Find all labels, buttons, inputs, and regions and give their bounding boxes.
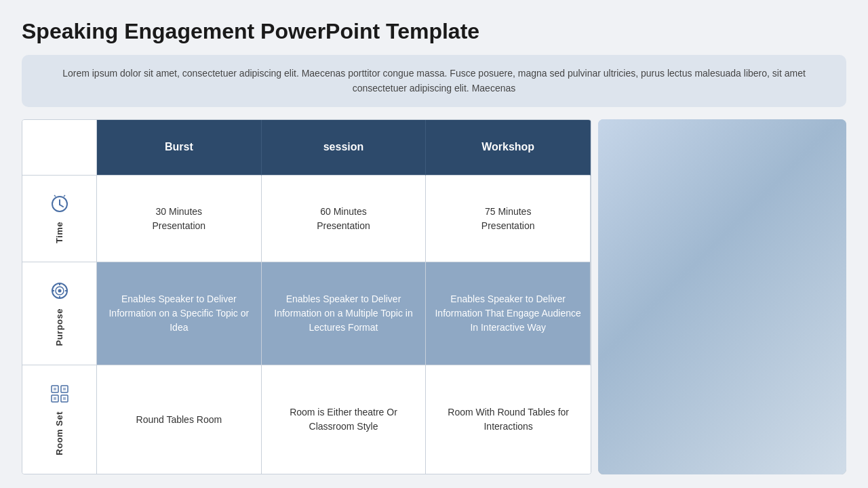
purpose-label: Purpose (54, 308, 64, 346)
comparison-table: Burst session Workshop Time 30 MinutesPr… (22, 119, 591, 474)
roomset-session: Room is Either theatre Or Classroom Styl… (262, 365, 427, 474)
svg-rect-18 (54, 397, 56, 400)
time-session: 60 MinutesPresentation (262, 176, 427, 262)
header-spacer (22, 120, 97, 176)
purpose-burst: Enables Speaker to Deliver Information o… (97, 262, 262, 365)
svg-rect-17 (63, 388, 66, 390)
svg-point-7 (58, 289, 61, 292)
roomset-label: Room Set (54, 411, 64, 455)
time-label: Time (54, 222, 64, 243)
svg-line-4 (64, 195, 65, 197)
header-session: session (262, 120, 427, 176)
svg-line-3 (54, 195, 56, 197)
row-label-roomset: Room Set (22, 365, 97, 474)
header-workshop: Workshop (426, 120, 591, 176)
page-title: Speaking Engagement PowerPoint Template (22, 19, 846, 44)
purpose-icon (50, 281, 69, 304)
image-section (598, 119, 846, 474)
time-icon (50, 195, 69, 218)
image-background (598, 119, 846, 474)
time-burst: 30 MinutesPresentation (97, 176, 262, 262)
subtitle-box: Lorem ipsum dolor sit amet, consectetuer… (22, 55, 846, 107)
purpose-workshop: Enables Speaker to Deliver Information T… (426, 262, 591, 365)
purpose-session: Enables Speaker to Deliver Information o… (262, 262, 427, 365)
roomset-burst: Round Tables Room (97, 365, 262, 474)
roomset-workshop: Room With Round Tables for Interactions (426, 365, 591, 474)
roomset-icon (50, 384, 69, 407)
svg-rect-16 (54, 388, 56, 390)
image-placeholder (598, 119, 846, 474)
row-label-time: Time (22, 176, 97, 262)
time-workshop: 75 MinutesPresentation (426, 176, 591, 262)
row-label-purpose: Purpose (22, 262, 97, 365)
svg-rect-19 (63, 397, 66, 400)
svg-line-2 (60, 205, 63, 207)
content-area: Burst session Workshop Time 30 MinutesPr… (22, 119, 846, 474)
header-burst: Burst (97, 120, 262, 176)
table-section: Burst session Workshop Time 30 MinutesPr… (22, 119, 591, 474)
